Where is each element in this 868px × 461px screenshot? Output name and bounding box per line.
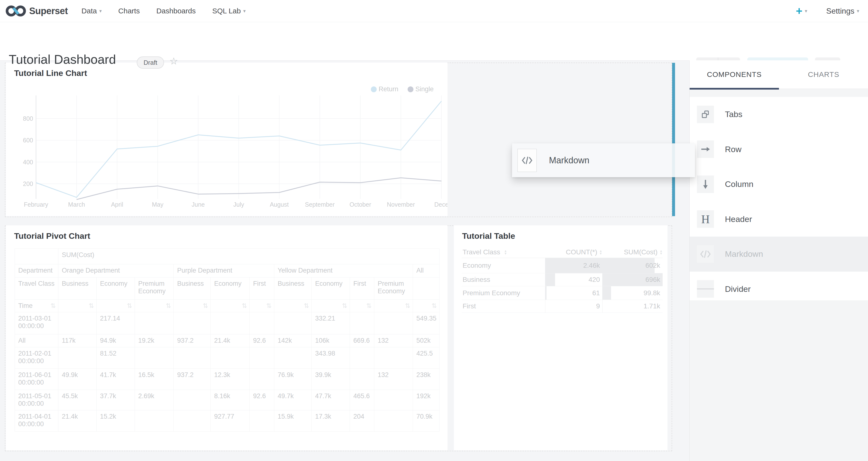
plus-icon: +: [796, 5, 802, 17]
svg-text:600: 600: [23, 137, 33, 144]
cell-value: 1.71k: [644, 302, 660, 310]
markdown-icon: [697, 245, 714, 263]
pivot-row: 2011-03-01 00:00:00217.14332.21549.35: [15, 312, 439, 334]
sort-icon[interactable]: ▲▼: [599, 249, 602, 255]
row-icon: [697, 141, 714, 158]
panel-footer: [690, 300, 868, 461]
component-label: Row: [725, 145, 741, 154]
pivot-chart-card[interactable]: Tutorial Pivot Chart SUM(Cost)Department…: [6, 225, 447, 450]
component-item-column[interactable]: Column: [690, 167, 868, 202]
cell-value: 61: [592, 289, 600, 297]
cell-bar: [602, 286, 611, 300]
svg-text:March: March: [68, 201, 85, 208]
sort-icon[interactable]: ▲▼: [659, 249, 662, 255]
nav-item-label: Data: [82, 7, 97, 15]
svg-text:April: April: [111, 201, 123, 208]
svg-text:Dece: Dece: [434, 201, 447, 208]
column-header[interactable]: SUM(Cost)▲▼: [602, 248, 662, 256]
favorite-star-icon[interactable]: ☆: [169, 56, 178, 67]
chevron-down-icon: ▾: [857, 8, 859, 14]
navbar-right: + ▾ Settings ▾: [796, 5, 859, 17]
line-chart-plot: 200400600800FebruaryMarchAprilMayJuneJul…: [6, 63, 447, 218]
tab-charts[interactable]: CHARTS: [779, 60, 868, 89]
tab-components[interactable]: COMPONENTS: [690, 60, 779, 89]
cell-value: 602k: [645, 262, 660, 270]
status-badge: Draft: [137, 57, 164, 69]
sort-icon[interactable]: ▲▼: [504, 249, 507, 255]
superset-logo-icon: [5, 5, 26, 17]
svg-text:July: July: [234, 201, 244, 208]
component-item-row[interactable]: Row: [690, 132, 868, 167]
component-item-markdown: Markdown: [690, 237, 868, 272]
settings-label: Settings: [826, 7, 855, 16]
column-header[interactable]: Travel Class ▲▼: [462, 248, 545, 256]
chevron-down-icon: ▾: [243, 8, 246, 14]
nav-item-charts[interactable]: Charts: [118, 7, 140, 15]
pivot-row: All117k94.9k19.2k937.221.4k92.6142k106k6…: [15, 334, 439, 347]
builder-tabs: COMPONENTS CHARTS: [690, 60, 868, 89]
svg-text:August: August: [270, 201, 289, 208]
svg-text:February: February: [24, 201, 49, 208]
nav-item-dashboards[interactable]: Dashboards: [156, 7, 196, 15]
component-label: Divider: [725, 284, 751, 294]
dragged-markdown-component[interactable]: Markdown: [512, 143, 695, 177]
chevron-down-icon: ▾: [99, 8, 102, 14]
svg-text:May: May: [152, 201, 163, 208]
data-table: Travel Class ▲▼ COUNT(*)▲▼ SUM(Cost)▲▼ E…: [462, 246, 662, 313]
chart-title: Tutorial Pivot Chart: [14, 231, 90, 241]
component-label: Tabs: [725, 110, 742, 119]
main-menu: Data▾ChartsDashboardsSQL Lab▾: [82, 7, 246, 15]
cell-value: 9: [596, 302, 600, 310]
nav-item-sql-lab[interactable]: SQL Lab▾: [212, 7, 246, 15]
add-new-button[interactable]: + ▾: [796, 5, 807, 17]
nav-item-data[interactable]: Data▾: [82, 7, 102, 15]
chart-title: Tutorial Table: [462, 231, 515, 241]
cell-value: 696k: [645, 276, 660, 283]
component-label: Markdown: [725, 249, 763, 259]
brand-name: Superset: [29, 6, 68, 16]
column-header[interactable]: COUNT(*)▲▼: [545, 248, 602, 256]
settings-menu[interactable]: Settings ▾: [826, 7, 859, 16]
table-header-row: Travel Class ▲▼ COUNT(*)▲▼ SUM(Cost)▲▼: [462, 246, 662, 258]
chevron-down-icon: ▾: [805, 8, 807, 14]
dashboard-header: Tutorial Dashboard Draft ☆ DISCARD: [0, 22, 868, 61]
superset-logo[interactable]: Superset: [5, 5, 68, 17]
cell-bar: [545, 273, 555, 286]
table-chart-card[interactable]: Tutorial Table Travel Class ▲▼ COUNT(*)▲…: [454, 225, 668, 450]
header-icon: H: [697, 210, 714, 228]
markdown-icon: [517, 149, 537, 172]
column-icon: [697, 176, 714, 193]
pivot-row: 2011-06-01 00:00:0049.9k41.7k16.5k937.21…: [15, 369, 439, 390]
pivot-row: 2011-05-01 00:00:0045.5k37.7k2.69k8.16k9…: [15, 390, 439, 410]
svg-text:200: 200: [23, 180, 33, 187]
nav-item-label: Charts: [118, 7, 140, 15]
component-label: Column: [725, 179, 753, 189]
svg-text:October: October: [349, 201, 371, 208]
table-row: First 9 1.71k: [462, 300, 662, 313]
component-item-header[interactable]: HHeader: [690, 202, 868, 237]
cell-value: 420: [588, 276, 600, 283]
table-row: Business 420 696k: [462, 273, 662, 286]
page-title[interactable]: Tutorial Dashboard: [9, 52, 116, 67]
top-navbar: Superset Data▾ChartsDashboardsSQL Lab▾ +…: [0, 0, 868, 22]
table-row: Economy 2.46k 602k: [462, 258, 662, 273]
pivot-row: 2011-02-01 00:00:0081.52343.98425.5: [15, 347, 439, 369]
table-row: Premium Economy 61 99.8k: [462, 286, 662, 300]
pivot-table: SUM(Cost)DepartmentOrange DepartmentPurp…: [14, 248, 439, 432]
svg-text:November: November: [387, 201, 415, 208]
panel-divider: [690, 89, 868, 97]
row-label: Business: [462, 273, 545, 286]
pivot-grid: SUM(Cost)DepartmentOrange DepartmentPurp…: [14, 248, 439, 432]
svg-text:September: September: [305, 201, 335, 208]
nav-item-label: Dashboards: [156, 7, 196, 15]
cell-value: 99.8k: [644, 289, 660, 297]
dashboard-canvas: Tutorial Line Chart ReturnSingle 2004006…: [0, 60, 689, 461]
svg-text:June: June: [191, 201, 205, 208]
nav-item-label: SQL Lab: [212, 7, 241, 15]
drop-indicator: [672, 63, 675, 216]
svg-text:800: 800: [23, 115, 33, 122]
line-chart-card[interactable]: Tutorial Line Chart ReturnSingle 2004006…: [6, 63, 447, 216]
component-item-tabs[interactable]: Tabs: [690, 97, 868, 132]
cell-bar: [545, 286, 547, 300]
component-label: Header: [725, 214, 752, 224]
